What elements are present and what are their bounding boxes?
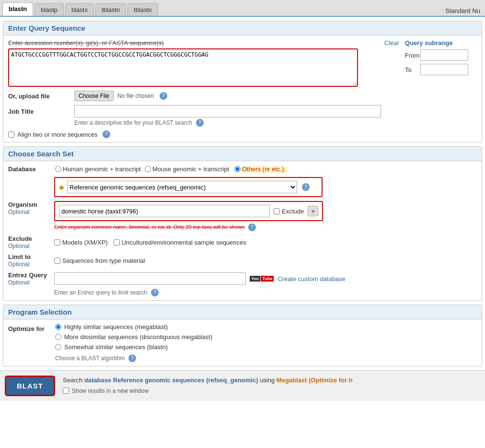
query-section: Enter Query Sequence Enter accession num…	[3, 21, 482, 142]
search-set-section: Choose Search Set Database Human genomic…	[3, 146, 482, 301]
top-right-label: Standard Nu	[160, 7, 485, 16]
plus-button[interactable]: +	[308, 206, 318, 216]
query-section-header: Enter Query Sequence	[3, 21, 482, 35]
to-input[interactable]	[420, 64, 468, 75]
organism-label: Organism	[8, 201, 37, 208]
exclude-uncultured-label[interactable]: Uncultured/environmental sample sequence…	[114, 239, 246, 246]
bottom-bar: BLAST Search database Reference genomic …	[0, 370, 485, 401]
search-prefix: Search	[63, 377, 84, 384]
organism-hint: Enter organism common name, binomial, or…	[54, 224, 244, 230]
job-help-icon[interactable]: ?	[196, 119, 204, 127]
blast-button[interactable]: BLAST	[5, 376, 55, 396]
program-selection-header: Program Selection	[3, 305, 482, 319]
show-results-checkbox[interactable]	[63, 388, 69, 394]
entrez-query-label: Entrez Query	[8, 271, 47, 279]
align-label: Align two or more sequences	[17, 131, 98, 138]
upload-label: Or, upload file	[8, 93, 70, 100]
align-help-icon[interactable]: ?	[103, 130, 110, 138]
db-option-mouse[interactable]: Mouse genomic + transcript	[145, 165, 229, 173]
organism-optional: Optional	[8, 209, 30, 215]
exclude-uncultured-checkbox[interactable]	[114, 239, 120, 246]
query-sequence-input[interactable]: ATGCTGCCCGGTTTGGCACTGGTCCTGCTGGCCGCCTGGA…	[8, 48, 358, 87]
db-help-icon[interactable]: ?	[302, 183, 310, 191]
database-label: Database	[8, 165, 51, 173]
exclude-label: Exclude	[8, 235, 32, 242]
limit-to-optional: Optional	[8, 261, 30, 268]
limit-sequences-label[interactable]: Sequences from type material	[54, 257, 145, 264]
exclude-optional: Optional	[8, 243, 30, 249]
tab-tblastn[interactable]: tblastn	[95, 3, 126, 16]
no-file-text: No file chosen	[117, 93, 154, 99]
tab-blastp[interactable]: blastp	[35, 3, 64, 16]
limit-to-label: Limit to	[8, 253, 31, 260]
entrez-hint: Enter an Entrez query to limit search	[54, 289, 147, 296]
query-input-label: Enter accession number(s), gi(s), or FAS…	[8, 39, 164, 47]
exclude-organism-label[interactable]: Exclude	[274, 208, 304, 215]
diamond-icon: ◆	[59, 183, 64, 191]
option-megablast[interactable]: Highly similar sequences (megablast)	[55, 323, 212, 330]
job-hint: Enter a descriptive title for your BLAST…	[74, 119, 192, 126]
entrez-help-icon[interactable]: ?	[151, 289, 159, 296]
choose-file-button[interactable]: Choose File	[74, 91, 114, 101]
organism-input[interactable]	[59, 205, 270, 217]
using-text: using	[260, 377, 277, 384]
limit-sequences-checkbox[interactable]	[54, 258, 60, 264]
job-title-label: Job Title	[8, 108, 70, 115]
align-checkbox[interactable]	[8, 131, 14, 138]
create-custom-db-link[interactable]: Create custom database	[277, 275, 346, 283]
show-results-label: Show results in a new window	[72, 388, 149, 394]
organism-hint-help-icon[interactable]: ?	[248, 224, 256, 231]
job-title-input[interactable]	[74, 105, 381, 118]
database-dropdown[interactable]: Reference genomic sequences (refseq_geno…	[67, 181, 297, 193]
option-blastn-algo[interactable]: Somewhat similar sequences (blastn)	[55, 343, 212, 351]
entrez-optional: Optional	[8, 279, 30, 286]
tab-blastx[interactable]: blastx	[65, 3, 94, 16]
upload-help-icon[interactable]: ?	[160, 92, 167, 100]
clear-link[interactable]: Clear	[384, 39, 399, 47]
query-subrange-box: Query subrange From To	[405, 39, 477, 87]
from-label: From	[405, 52, 420, 59]
exclude-models-label[interactable]: Models (XM/XP)	[54, 239, 108, 246]
program-selection-section: Program Selection Optimize for Highly si…	[3, 305, 482, 366]
exclude-models-checkbox[interactable]	[54, 239, 60, 246]
youtube-badge: YouTube	[250, 276, 274, 282]
subrange-label: Query subrange	[405, 39, 477, 47]
algo-link-text: Megablast (Optimize for h	[277, 377, 353, 384]
option-discontiguous[interactable]: More dissimilar sequences (discontiguous…	[55, 333, 212, 341]
from-input[interactable]	[420, 49, 468, 61]
db-option-others[interactable]: Others (nr etc.):	[233, 165, 287, 173]
db-link-text: database Reference genomic sequences (re…	[84, 377, 258, 384]
optimize-for-label: Optimize for	[8, 323, 51, 332]
exclude-organism-checkbox[interactable]	[274, 208, 280, 214]
algorithm-hint: Choose a BLAST algorithm	[55, 355, 125, 362]
entrez-input[interactable]	[54, 272, 246, 285]
search-set-header: Choose Search Set	[3, 147, 482, 161]
tab-tblastx[interactable]: tblastx	[127, 3, 158, 16]
db-option-human[interactable]: Human genomic + transcript	[55, 165, 141, 173]
algorithm-help-icon[interactable]: ?	[128, 354, 136, 362]
to-label: To	[405, 66, 420, 73]
tab-blastn[interactable]: blastn	[2, 2, 33, 16]
